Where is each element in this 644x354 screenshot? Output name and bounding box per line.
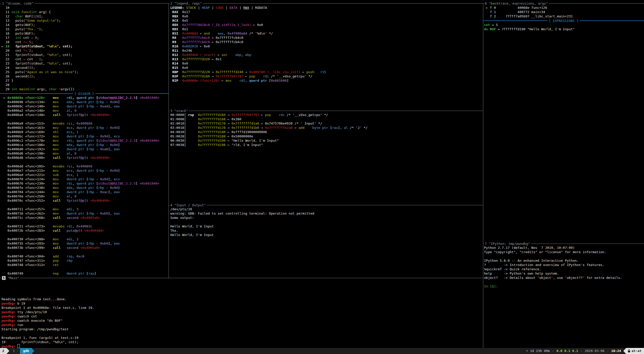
text-segment: ds BUF [484, 27, 496, 31]
text-segment: %quickref -> Quick reference. [484, 267, 541, 271]
terminal-line: 22 cnt = cnt - 1; [2, 57, 168, 61]
text-segment: argv[]) [61, 87, 75, 91]
text-segment: mov [53, 139, 67, 142]
text-segment: 0 [35, 36, 37, 40]
chevron-separator-icon: › [17, 348, 20, 354]
text-segment: eax [218, 32, 223, 35]
text-segment: rbp [67, 259, 72, 262]
terminal-line: R9 0x7ffff7fcb4c0 ← 0x7ffff7fcb4c0 [170, 40, 482, 44]
text-segment: dword ptr [67, 272, 86, 275]
text-segment: 15 puts( [2, 27, 25, 31]
text-segment: 0x7fffffffd190 [198, 139, 228, 142]
text-segment [57, 87, 59, 91]
text-segment: ; [37, 36, 39, 40]
text-segment: │ [184, 130, 186, 134]
text-segment: , [73, 139, 77, 142]
text-segment: and [204, 32, 210, 35]
backtrace-expressions-pane[interactable]: ► f 0 40068e func+126 f 1 400772 main+34… [484, 6, 643, 31]
text-segment: Thx. [170, 229, 180, 232]
text-segment: /* '__vdso_getcpu' */ [285, 113, 328, 117]
text-segment: IPython 5.8.0 -- An enhanced Interactive… [484, 259, 579, 262]
text-segment: 0x7ffff7b97787 [232, 113, 261, 117]
text-segment: movabs [53, 224, 67, 228]
terminal-line: 23 fprintf(stdout, "%d\n", cnt); [2, 61, 168, 66]
text-segment: ← 0x7ffff7fcb4c0 [212, 40, 243, 44]
text-segment: RIP [170, 79, 182, 82]
text-segment [186, 122, 198, 125]
text-segment: "%d\n" [47, 53, 59, 57]
load-average: 0.0 0.1 0.1 [556, 348, 578, 354]
text-segment: pwndbg> [2, 314, 17, 318]
text-segment: RBX [170, 14, 182, 18]
text-segment: puts@plt [67, 229, 84, 232]
gdb-console-pane[interactable]: Reading symbols from test...done.pwndbg>… [2, 280, 481, 348]
source-code-pane[interactable]: 10 11 void func(int arg) { 12 char BUF[1… [2, 6, 168, 91]
active-window-tab[interactable]: gdb [20, 348, 31, 354]
terminal-line: pwndbg> cwatch execute "ds BUF" [2, 318, 481, 323]
stack-pane[interactable]: 00:0000│ rsp 0x7fffffffd160 → 0x7ffff7b9… [170, 113, 482, 147]
terminal-line: 0x400748 <func+312> ret [2, 263, 168, 267]
text-segment: pop [249, 74, 255, 78]
text-segment: <0x601040> [140, 139, 159, 142]
terminal-line: 0x400730 <func+288> mov edi, 2 [2, 237, 168, 241]
text-segment: ← [295, 126, 299, 130]
text-segment: , cnt); [59, 62, 73, 65]
text-segment: ← 0x7475706e4920 /* ' Input' */ [261, 122, 322, 125]
text-segment: edi [67, 207, 72, 211]
time-value: 10:24 [611, 348, 621, 354]
angle-separator-icon: ‹ [604, 348, 611, 354]
text-segment: ]; [39, 14, 43, 18]
text-cursor [17, 344, 20, 348]
text-segment: ; [31, 40, 33, 44]
terminal-line: ds BUF = 7fffffffd190 "Hello World, I'm … [484, 27, 643, 31]
text-segment: ← [222, 79, 226, 82]
text-segment: rbp [98, 169, 104, 172]
terminal-line: 26 second(2); [2, 74, 168, 78]
text-segment: - [104, 186, 110, 190]
terminal-line: 18 cnt += 5; [2, 40, 168, 44]
text-segment: second [67, 216, 80, 220]
text-segment: [ [96, 186, 98, 190]
text-segment: dword ptr [76, 143, 96, 147]
terminal-line [2, 280, 481, 284]
terminal-line: 0x40070a <func+250> mov al, 0 [2, 194, 168, 198]
text-segment: 0x400711 <func+257> [2, 207, 53, 211]
text-segment: 0x4006d8 <func+200> [2, 156, 53, 160]
window-index-tab[interactable]: 1 [9, 348, 17, 354]
text-segment: ← [245, 74, 249, 78]
text-segment: → [228, 113, 232, 117]
text-segment: 0x40080d [76, 164, 92, 168]
text-segment: 0x400748 <func+312> [2, 263, 53, 267]
program-io-pane[interactable]: /dev/pts/10warning: GDB: Failed to set c… [170, 207, 482, 237]
text-segment: 0 [75, 109, 77, 112]
terminal-line: RAX 0x17 [170, 10, 482, 14]
ipython-pane[interactable]: Python 2.7.17 (default, Nov 7 2019, 10:0… [484, 246, 643, 288]
text-segment: ← 0x50000000e [228, 134, 253, 138]
text-segment: 0xb0 [100, 212, 108, 215]
registers-pane[interactable]: LEGEND: STACK | HEAP | CODE | DATA | RWX… [170, 6, 482, 83]
text-segment: mov [53, 143, 67, 147]
disassembly-pane[interactable]: ► 0x40068e <func+126> mov rdi, qword ptr… [2, 96, 168, 276]
text-segment: 0 [75, 152, 77, 155]
text-segment: DATA [230, 6, 237, 10]
text-segment: ebp [245, 53, 251, 57]
text-segment [27, 49, 29, 52]
text-segment: 04:0020 [170, 130, 184, 134]
text-segment: 1 [492, 284, 494, 288]
session-tab[interactable]: 2 [0, 348, 7, 354]
terminal-line: 0x4006d8 <func+200> call fprintf@plt <0x… [2, 156, 168, 160]
text-segment [186, 139, 198, 142]
text-segment: In [ [484, 284, 492, 288]
text-segment: qword ptr [249, 79, 269, 82]
text-segment: call [53, 246, 67, 250]
text-segment [186, 134, 198, 138]
text-segment: ] [94, 272, 96, 275]
text-segment: ← "rld, I'm Input" [228, 143, 263, 147]
text-segment: RCX [170, 19, 182, 22]
text-segment: 0x40072b <func+283> [2, 229, 53, 232]
text-segment: 03:0018 [170, 126, 184, 130]
text-segment: ], [108, 134, 114, 138]
text-segment [27, 40, 29, 44]
text-segment: 0x4006ed <func+221> [2, 173, 53, 177]
angle-separator-icon: ‹ [550, 348, 556, 354]
